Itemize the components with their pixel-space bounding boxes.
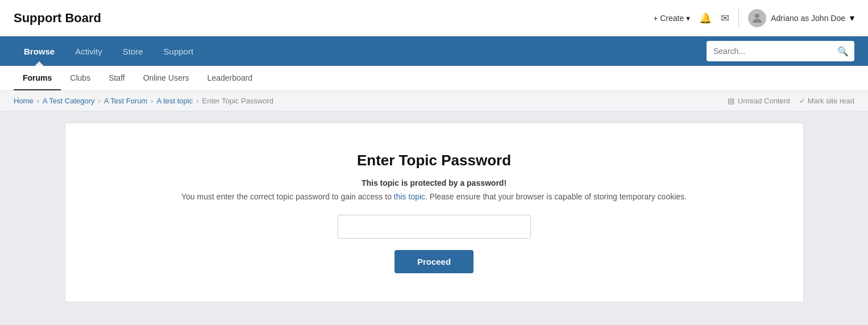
notifications-button[interactable]: 🔔	[699, 12, 712, 24]
header-divider	[738, 9, 739, 27]
password-card: Enter Topic Password This topic is prote…	[65, 123, 804, 302]
sub-nav-forums[interactable]: Forums	[14, 66, 61, 90]
search-input[interactable]	[707, 47, 832, 56]
sub-nav-clubs[interactable]: Clubs	[61, 66, 99, 90]
card-description: You must enter the correct topic passwor…	[181, 192, 687, 201]
sub-nav: Forums Clubs Staff Online Users Leaderbo…	[0, 66, 868, 91]
sub-nav-leaderboard[interactable]: Leaderboard	[198, 66, 261, 90]
user-menu[interactable]: Adriano as John Doe ▾	[748, 9, 854, 27]
nav-link-browse[interactable]: Browse	[14, 36, 65, 66]
create-label: + Create	[653, 14, 684, 23]
sub-nav-staff[interactable]: Staff	[99, 66, 134, 90]
breadcrumb-sep-3: ›	[151, 97, 153, 105]
topic-link[interactable]: this topic	[394, 192, 425, 201]
proceed-button[interactable]: Proceed	[394, 250, 474, 273]
create-dropdown-icon: ▾	[686, 14, 690, 23]
breadcrumb-topic[interactable]: A test topic	[157, 97, 193, 105]
sub-nav-online-users[interactable]: Online Users	[134, 66, 198, 90]
search-button[interactable]: 🔍	[832, 41, 854, 61]
nav-link-activity[interactable]: Activity	[65, 36, 113, 66]
breadcrumb-category[interactable]: A Test Category	[43, 97, 95, 105]
svg-point-0	[755, 14, 759, 18]
unread-label: Unread Content	[738, 97, 790, 105]
breadcrumb-current: Enter Topic Password	[202, 97, 274, 105]
main-content: Enter Topic Password This topic is prote…	[0, 111, 868, 325]
messages-button[interactable]: ✉	[721, 12, 729, 24]
card-title: Enter Topic Password	[357, 152, 511, 169]
user-name: Adriano as John Doe	[771, 14, 845, 23]
card-subtitle: This topic is protected by a password!	[362, 178, 506, 188]
mark-site-read-link[interactable]: ✓ Mark site read	[799, 97, 854, 105]
nav-bar: Browse Activity Store Support 🔍	[0, 36, 868, 66]
site-title: Support Board	[14, 11, 101, 26]
breadcrumb-forum[interactable]: A Test Forum	[104, 97, 147, 105]
breadcrumb-sep-4: ›	[196, 97, 198, 105]
create-button[interactable]: + Create ▾	[653, 14, 690, 23]
nav-link-support[interactable]: Support	[153, 36, 204, 66]
unread-content-link[interactable]: ▤ Unread Content	[728, 97, 790, 105]
header-right: + Create ▾ 🔔 ✉ Adriano as John Doe ▾	[653, 9, 854, 27]
nav-links: Browse Activity Store Support	[14, 36, 203, 66]
breadcrumb-right: ▤ Unread Content ✓ Mark site read	[728, 97, 854, 105]
breadcrumb: Home › A Test Category › A Test Forum › …	[14, 97, 273, 105]
top-header: Support Board + Create ▾ 🔔 ✉ Adriano as …	[0, 0, 868, 36]
user-dropdown-icon: ▾	[850, 13, 854, 23]
password-input[interactable]	[338, 215, 531, 239]
check-icon: ✓	[799, 97, 805, 105]
bell-icon: 🔔	[699, 12, 712, 24]
nav-link-store[interactable]: Store	[113, 36, 153, 66]
search-icon: 🔍	[837, 47, 849, 56]
breadcrumb-sep-2: ›	[98, 97, 101, 105]
breadcrumb-home[interactable]: Home	[14, 97, 34, 105]
breadcrumb-bar: Home › A Test Category › A Test Forum › …	[0, 91, 868, 111]
search-box: 🔍	[707, 41, 854, 61]
breadcrumb-sep-1: ›	[37, 97, 39, 105]
mark-read-label: Mark site read	[808, 97, 854, 105]
unread-icon: ▤	[728, 97, 734, 105]
mail-icon: ✉	[721, 12, 729, 24]
avatar	[748, 9, 766, 27]
